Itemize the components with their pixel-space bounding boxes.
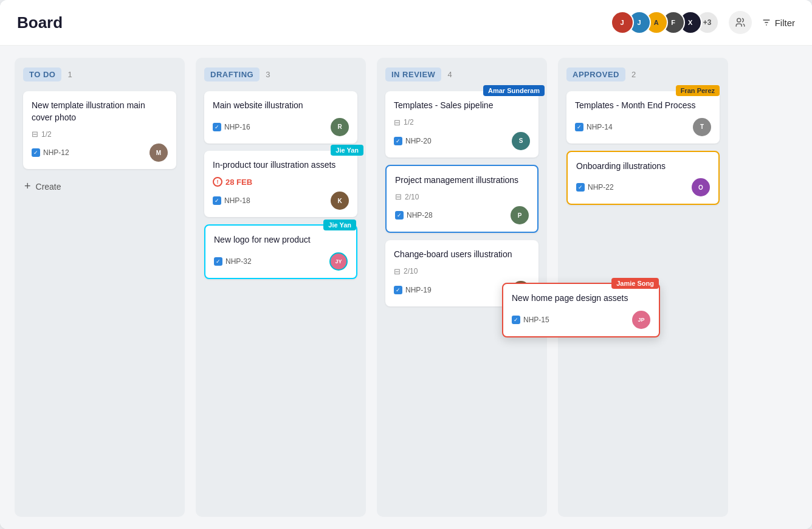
checklist-icon: ⊟ <box>394 118 401 127</box>
card-title: Onboarding illustrations <box>576 161 710 173</box>
svg-point-0 <box>737 18 740 22</box>
checklist-count: 1/2 <box>404 118 414 126</box>
column-count-approved: 2 <box>631 70 636 79</box>
name-tooltip-jieyan: Jie Yan <box>331 145 363 156</box>
column-header-approved: APPROVED 2 <box>566 67 720 81</box>
card-avatar: JY <box>329 252 348 271</box>
column-title-approved: APPROVED <box>566 67 625 81</box>
name-tooltip-amar: Amar Sunderam <box>483 85 545 96</box>
filter-label: Filter <box>775 18 795 28</box>
checkbox-icon: ✓ <box>32 148 40 157</box>
card-title: Change-board users illustration <box>394 249 530 261</box>
card-title: Templates - Month End Process <box>575 100 711 112</box>
card-meta: ✓ NHP-16 R <box>213 118 349 136</box>
avatar[interactable]: J <box>611 11 634 34</box>
ticket-id: ✓ NHP-19 <box>394 286 432 294</box>
card-meta: ✓ NHP-20 S <box>394 132 530 150</box>
checklist-count: 2/10 <box>404 267 418 275</box>
card-avatar: P <box>511 206 529 224</box>
ticket-number: NHP-14 <box>587 123 613 131</box>
checkbox-icon: ✓ <box>394 286 402 294</box>
ticket-id: ✓ NHP-16 <box>213 123 250 131</box>
card-nhp14[interactable]: Fran Perez Templates - Month End Process… <box>566 91 720 143</box>
ticket-id: ✓ NHP-12 <box>32 148 69 157</box>
checkbox-icon: ✓ <box>576 183 585 192</box>
card-avatar: M <box>150 143 168 162</box>
checkbox-icon: ✓ <box>575 123 583 131</box>
card-meta: ✓ NHP-12 M <box>32 143 168 162</box>
card-nhp15-floating[interactable]: Jamie Song New home page design assets ✓… <box>502 283 660 337</box>
due-date-text: 28 FEB <box>225 178 252 187</box>
filter-icon <box>762 18 771 27</box>
column-count-todo: 1 <box>67 70 72 79</box>
card-title: New template illustration main cover pho… <box>32 100 168 123</box>
team-button[interactable] <box>729 11 752 34</box>
card-title: New home page design assets <box>512 292 650 305</box>
card-nhp12[interactable]: New template illustration main cover pho… <box>23 91 176 169</box>
card-meta: ✓ NHP-18 K <box>213 192 349 210</box>
column-header-todo: TO DO 1 <box>23 67 176 81</box>
ticket-id: ✓ NHP-20 <box>394 137 432 145</box>
ticket-number: NHP-20 <box>405 137 432 145</box>
ticket-number: NHP-32 <box>225 257 252 266</box>
due-date: ! 28 FEB <box>213 177 349 187</box>
checklist-count: 1/2 <box>41 130 52 139</box>
card-nhp20[interactable]: Amar Sunderam Templates - Sales pipeline… <box>385 91 538 157</box>
card-nhp28[interactable]: Project management illustrations ⊟ 2/10 … <box>385 165 538 233</box>
name-tooltip-jieyan2: Jie Yan <box>323 220 356 230</box>
column-header-drafting: DRAFTING 3 <box>204 67 357 81</box>
ticket-number: NHP-22 <box>588 183 614 192</box>
card-title: Templates - Sales pipeline <box>394 100 530 112</box>
ticket-number: NHP-15 <box>523 316 549 324</box>
ticket-id: ✓ NHP-14 <box>575 123 613 131</box>
column-title-inreview: IN REVIEW <box>385 67 441 81</box>
ticket-id: ✓ NHP-15 <box>512 316 549 324</box>
checkbox-icon: ✓ <box>395 211 404 220</box>
ticket-number: NHP-19 <box>405 286 432 294</box>
ticket-id: ✓ NHP-22 <box>576 183 614 192</box>
column-title-drafting: DRAFTING <box>204 67 260 81</box>
checkbox-icon: ✓ <box>512 316 520 324</box>
ticket-number: NHP-16 <box>224 123 250 131</box>
card-avatar: K <box>331 192 349 210</box>
checklist-icon: ⊟ <box>394 267 401 276</box>
column-header-inreview: IN REVIEW 4 <box>385 67 538 81</box>
column-todo: TO DO 1 New template illustration main c… <box>15 58 185 517</box>
card-title: Project management illustrations <box>395 175 529 187</box>
checkbox-icon: ✓ <box>213 123 221 131</box>
plus-icon: + <box>24 180 31 193</box>
card-meta: ✓ NHP-22 O <box>576 178 710 196</box>
checklist-icon: ⊟ <box>395 192 402 201</box>
card-meta: ✓ NHP-15 JP <box>512 311 650 329</box>
card-nhp16[interactable]: Main website illustration ✓ NHP-16 R <box>204 91 357 143</box>
page-title: Board <box>17 13 63 32</box>
ticket-id: ✓ NHP-18 <box>213 196 250 205</box>
ticket-number: NHP-12 <box>43 148 69 157</box>
create-label: Create <box>36 182 61 192</box>
column-title-todo: TO DO <box>23 67 61 81</box>
column-count-inreview: 4 <box>447 70 452 79</box>
card-nhp18[interactable]: Jie Yan In-product tour illustration ass… <box>204 151 357 218</box>
card-avatar: JP <box>632 311 650 329</box>
column-drafting: DRAFTING 3 Main website illustration ✓ N… <box>196 58 366 517</box>
card-title: In-product tour illustration assets <box>213 159 349 171</box>
card-nhp22[interactable]: Onboarding illustrations ✓ NHP-22 O <box>566 151 720 206</box>
card-meta: ✓ NHP-14 T <box>575 118 711 136</box>
checklist-icon: ⊟ <box>32 130 38 139</box>
checkbox-icon: ✓ <box>213 196 221 205</box>
create-button[interactable]: + Create <box>23 176 176 196</box>
filter-button[interactable]: Filter <box>762 18 795 28</box>
header: Board J J A F X +3 <box>0 0 812 46</box>
avatars-group: J J A F X +3 <box>611 11 719 34</box>
card-meta: ✓ NHP-28 P <box>395 206 529 224</box>
card-meta: ✓ NHP-32 JY <box>214 252 348 271</box>
ticket-number: NHP-18 <box>224 196 250 205</box>
card-title: New logo for new product <box>214 234 348 246</box>
card-avatar: T <box>693 118 711 136</box>
card-nhp32[interactable]: Jie Yan New logo for new product ✓ NHP-3… <box>204 224 357 279</box>
due-date-icon: ! <box>213 177 222 187</box>
ticket-id: ✓ NHP-32 <box>214 257 252 266</box>
card-avatar: S <box>512 132 530 150</box>
ticket-id: ✓ NHP-28 <box>395 211 433 220</box>
board-body: TO DO 1 New template illustration main c… <box>0 46 812 529</box>
